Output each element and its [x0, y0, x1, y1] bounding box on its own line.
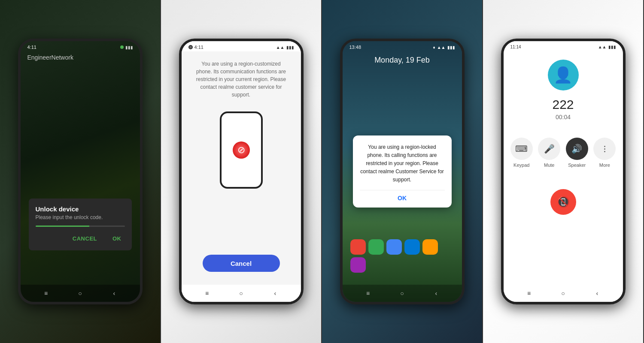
phone4-mute-button[interactable]: 🎤	[538, 138, 560, 160]
phone2-battery: ▮▮▮	[286, 45, 294, 50]
phone4-menu-nav[interactable]: ≡	[525, 289, 533, 298]
phone3-menu-nav[interactable]: ≡	[364, 289, 372, 298]
phone4-battery: ▮▮▮	[608, 45, 616, 49]
phone2-menu-nav[interactable]: ≡	[203, 289, 211, 298]
phone3-dialog: You are using a region-locked phone. Its…	[353, 135, 452, 208]
phone2-home-nav[interactable]: ○	[237, 289, 245, 298]
phone1-menu-nav[interactable]: ≡	[42, 289, 50, 298]
phone1-battery: ▮▮▮	[125, 45, 133, 50]
phone4-keypad-control: ⌨ Keypad	[510, 138, 533, 168]
phone3-dialog-message: You are using a region-locked phone. Its…	[360, 143, 445, 184]
phone3-overlay: You are using a region-locked phone. Its…	[343, 41, 462, 302]
phone-frame-3: 13:48 ♦ ▲▲ ▮▮▮ Monday, 19 Feb	[340, 39, 465, 304]
phone1-navbar: ≡ ○ ‹	[21, 285, 140, 302]
phone3-back-nav[interactable]: ‹	[432, 289, 440, 298]
phone3-home-nav[interactable]: ○	[398, 289, 406, 298]
phone2-back-nav[interactable]: ‹	[271, 289, 279, 298]
phone4-speaker-label: Speaker	[568, 162, 586, 168]
phone1-status-dot	[120, 45, 124, 49]
phone4-avatar: 👤	[548, 60, 579, 90]
end-call-icon: 📵	[557, 196, 570, 208]
phone4-call-controls: ⌨ Keypad 🎤 Mute 🔊 Speaker	[504, 138, 623, 168]
phone4-more-button[interactable]	[593, 138, 616, 160]
phone2-navbar: ≡ ○ ‹	[182, 285, 301, 302]
phone1-dialog-message: Please input the unlock code.	[36, 214, 125, 220]
phone4-end-call-button[interactable]: 📵	[550, 189, 576, 215]
phone2-phone-illustration: ⊘	[220, 111, 263, 189]
phone3-dialog-divider	[360, 190, 445, 190]
phone4-statusbar: 11:14 ▲▲ ▮▮▮	[504, 41, 623, 51]
phone4-time: 11:14	[510, 45, 521, 49]
phone4-caller-number: 222	[552, 97, 574, 112]
phone1-home-nav[interactable]: ○	[76, 289, 84, 298]
phone1-time: 4:11	[27, 45, 36, 50]
phone1-title: EngineerNetwork	[21, 51, 140, 63]
phone4-keypad-label: Keypad	[513, 162, 529, 168]
phone1-ok-button[interactable]: OK	[109, 234, 125, 244]
phone4-mute-control: 🎤 Mute	[538, 138, 560, 168]
phone4-more-label: More	[599, 162, 610, 168]
speaker-icon: 🔊	[571, 144, 582, 154]
phone2-signal: ▲▲	[276, 45, 285, 50]
phone1-back-nav[interactable]: ‹	[110, 289, 118, 298]
phone-frame-4: 11:14 ▲▲ ▮▮▮ 👤 222 00:04	[501, 39, 626, 304]
keypad-icon: ⌨	[515, 144, 528, 154]
phone1-input-bar	[36, 226, 125, 227]
phone4-avatar-icon: 👤	[553, 66, 573, 84]
phone-panel-4: 11:14 ▲▲ ▮▮▮ 👤 222 00:04	[483, 0, 644, 343]
phone4-home-nav[interactable]: ○	[559, 289, 567, 298]
phone1-statusbar: 4:11 ▮▮▮	[21, 41, 140, 51]
phone4-keypad-button[interactable]: ⌨	[510, 138, 533, 160]
phone3-navbar: ≡ ○ ‹	[343, 285, 462, 302]
phone4-back-nav[interactable]: ‹	[593, 289, 601, 298]
phone4-more-control: More	[593, 138, 616, 168]
phone-panel-1: 4:11 ▮▮▮ EngineerNetwork Unlock device P…	[0, 0, 161, 343]
phone4-signal: ▲▲	[598, 45, 607, 49]
phone4-speaker-button[interactable]: 🔊	[566, 138, 588, 160]
phone1-dialog-buttons: CANCEL OK	[36, 234, 125, 244]
phone4-navbar: ≡ ○ ‹	[504, 285, 623, 302]
phone1-cancel-button[interactable]: CANCEL	[69, 234, 100, 244]
phone-panel-2: 4:11 ▲▲ ▮▮▮ You are using a region-custo…	[161, 0, 322, 343]
more-dots-icon	[604, 146, 605, 152]
phone4-mute-label: Mute	[544, 162, 554, 168]
phone2-time: 4:11	[194, 45, 204, 50]
mute-icon: 🎤	[544, 144, 555, 154]
phone4-call-duration: 00:04	[556, 114, 571, 120]
phone4-call-content: 👤 222 00:04 ⌨ Keypad 🎤	[504, 51, 623, 285]
phone2-status-dot	[188, 45, 193, 49]
phone-panel-3: 13:48 ♦ ▲▲ ▮▮▮ Monday, 19 Feb	[322, 0, 483, 343]
phone2-statusbar: 4:11 ▲▲ ▮▮▮	[182, 41, 301, 51]
phone2-cancel-button[interactable]: Cancel	[203, 255, 280, 272]
blocked-symbol: ⊘	[237, 144, 245, 156]
phone3-ok-button[interactable]: OK	[360, 195, 445, 202]
phone1-dialog: Unlock device Please input the unlock co…	[29, 199, 132, 250]
phone-frame-2: 4:11 ▲▲ ▮▮▮ You are using a region-custo…	[179, 39, 304, 304]
phone2-message: You are using a region-customized phone.…	[194, 60, 288, 99]
phone2-blocked-icon: ⊘	[233, 141, 250, 159]
phone-frame-1: 4:11 ▮▮▮ EngineerNetwork Unlock device P…	[18, 39, 143, 304]
phone4-speaker-control: 🔊 Speaker	[566, 138, 588, 168]
phone1-dialog-title: Unlock device	[36, 205, 125, 213]
